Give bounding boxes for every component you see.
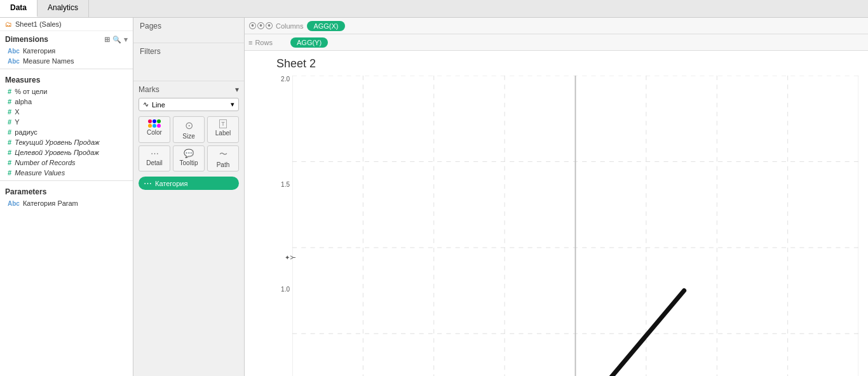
field-name: Number of Records bbox=[15, 159, 75, 166]
chart-title: Sheet 2 bbox=[276, 57, 858, 70]
field-name: Текущий Уровень Продаж bbox=[15, 138, 99, 146]
marks-header: Marks ▾ bbox=[139, 85, 239, 94]
size-icon: ⊙ bbox=[185, 119, 193, 131]
y-axis: 2.0 1.5 1.0 0.5 0.0 bbox=[270, 76, 292, 376]
y-tick-15: 1.5 bbox=[281, 181, 290, 188]
path-button[interactable]: 〜 Path bbox=[207, 145, 239, 171]
param-categoria: Abc Категория Param bbox=[0, 198, 133, 208]
measures-header: Measures bbox=[0, 72, 133, 86]
rows-pill[interactable]: AGG(Y) bbox=[290, 37, 328, 48]
rows-text: Rows bbox=[255, 39, 273, 46]
center-panel: Pages Filters Marks ▾ ∿ Line ▾ bbox=[133, 18, 245, 376]
color-icon bbox=[148, 119, 161, 128]
hash-icon: # bbox=[8, 88, 11, 95]
tab-data[interactable]: Data bbox=[0, 0, 37, 17]
tooltip-button[interactable]: 💬 Tooltip bbox=[173, 145, 205, 171]
label-icon: T bbox=[219, 119, 227, 128]
top-tabs: Data Analytics bbox=[0, 0, 868, 18]
hash-icon: # bbox=[8, 149, 11, 156]
category-badge[interactable]: ⋯ Категория bbox=[139, 177, 239, 190]
field-name: Категория Param bbox=[23, 199, 78, 207]
canvas-panel: ⦿⦿⦿ Columns AGG(X) ≡ Rows AGG(Y) Sheet 2… bbox=[245, 18, 868, 376]
rows-icon: ≡ bbox=[248, 39, 252, 46]
label-label: Label bbox=[215, 130, 231, 137]
size-button[interactable]: ⊙ Size bbox=[173, 116, 205, 143]
hash-icon: # bbox=[8, 128, 11, 136]
columns-icon: ⦿⦿⦿ bbox=[248, 21, 273, 30]
marks-type-dropdown[interactable]: ∿ Line ▾ bbox=[139, 98, 239, 111]
marks-title: Marks bbox=[139, 85, 159, 94]
chart-svg-container: ✦ Y bbox=[292, 76, 858, 376]
field-name: X bbox=[15, 108, 19, 116]
field-name: Measure Names bbox=[23, 57, 74, 65]
search-icon[interactable]: 🔍 bbox=[112, 36, 121, 44]
color-label: Color bbox=[147, 129, 162, 136]
svg-line-17 bbox=[576, 291, 684, 376]
size-label: Size bbox=[182, 133, 194, 140]
abc-icon: Abc bbox=[8, 48, 20, 55]
divider-1 bbox=[0, 69, 133, 69]
abc-icon: Abc bbox=[8, 58, 20, 65]
field-name: Measure Values bbox=[15, 169, 65, 177]
measure-current-sales: # Текущий Уровень Продаж bbox=[0, 137, 133, 147]
chart-wrapper: 2.0 1.5 1.0 0.5 0.0 ✦ Y bbox=[270, 76, 858, 376]
y-axis-star-label: ✦ Y bbox=[285, 254, 295, 261]
measures-title: Measures bbox=[5, 76, 40, 84]
sheet-label: 🗂 Sheet1 (Sales) bbox=[0, 18, 133, 31]
dimension-categoria: Abc Категория bbox=[0, 46, 133, 56]
columns-text: Columns bbox=[276, 22, 303, 30]
grid-icon[interactable]: ⊞ bbox=[104, 36, 110, 44]
path-label: Path bbox=[217, 161, 230, 168]
field-name: радиус bbox=[15, 128, 37, 136]
columns-label: ⦿⦿⦿ Columns bbox=[248, 21, 303, 30]
rows-label: ≡ Rows bbox=[248, 39, 287, 46]
hash-icon: # bbox=[8, 159, 11, 166]
chevron-icon[interactable]: ▾ bbox=[124, 36, 128, 44]
y-label-text: Y bbox=[290, 255, 297, 260]
field-name: Целевой Уровень Продаж bbox=[15, 149, 99, 156]
y-tick-10: 1.0 bbox=[281, 286, 290, 293]
color-button[interactable]: Color bbox=[139, 116, 170, 143]
hash-icon: # bbox=[8, 118, 11, 126]
hash-icon: # bbox=[8, 98, 11, 105]
divider-2 bbox=[0, 180, 133, 181]
label-button[interactable]: T Label bbox=[207, 116, 239, 143]
detail-button[interactable]: ⋯ Detail bbox=[139, 145, 170, 171]
pages-label: Pages bbox=[140, 22, 161, 30]
abc-icon: Abc bbox=[8, 200, 20, 207]
tab-analytics[interactable]: Analytics bbox=[37, 0, 89, 17]
measure-alpha: # alpha bbox=[0, 97, 133, 107]
columns-pill[interactable]: AGG(X) bbox=[307, 21, 344, 31]
badge-label: Категория bbox=[155, 180, 187, 187]
measure-radius: # радиус bbox=[0, 127, 133, 137]
tooltip-label: Tooltip bbox=[180, 159, 198, 166]
pages-section: Pages bbox=[133, 18, 244, 43]
field-name: Y bbox=[15, 118, 19, 126]
dimensions-header: Dimensions ⊞ 🔍 ▾ bbox=[0, 31, 133, 46]
hash-icon: # bbox=[8, 138, 11, 146]
detail-label: Detail bbox=[146, 159, 163, 166]
marks-section: Marks ▾ ∿ Line ▾ bbox=[133, 81, 244, 376]
star-icon: ✦ bbox=[285, 254, 290, 261]
left-panel: 🗂 Sheet1 (Sales) Dimensions ⊞ 🔍 ▾ Abc Ка… bbox=[0, 18, 133, 376]
path-icon: 〜 bbox=[219, 149, 227, 160]
dropdown-chevron: ▾ bbox=[231, 100, 234, 109]
measure-y: # Y bbox=[0, 117, 133, 127]
measure-pct: # % от цели bbox=[0, 86, 133, 97]
y-tick-20: 2.0 bbox=[281, 76, 290, 83]
measure-x: # X bbox=[0, 107, 133, 117]
field-name: alpha bbox=[15, 98, 32, 105]
hash-icon: # bbox=[8, 169, 11, 177]
measure-measure-values: # Measure Values bbox=[0, 168, 133, 178]
chart-svg bbox=[292, 76, 858, 376]
dimensions-title: Dimensions bbox=[5, 35, 48, 44]
parameters-header: Parameters bbox=[0, 184, 133, 198]
dimension-measure-names: Abc Measure Names bbox=[0, 56, 133, 66]
marks-chevron: ▾ bbox=[235, 85, 239, 94]
hash-icon: # bbox=[8, 108, 11, 116]
marks-buttons-grid: Color ⊙ Size T Label ⋯ Detail bbox=[139, 116, 239, 171]
line-icon: ∿ bbox=[143, 100, 149, 109]
marks-dropdown-label: Line bbox=[152, 101, 165, 109]
measure-num-records: # Number of Records bbox=[0, 158, 133, 168]
tooltip-icon: 💬 bbox=[184, 149, 194, 158]
